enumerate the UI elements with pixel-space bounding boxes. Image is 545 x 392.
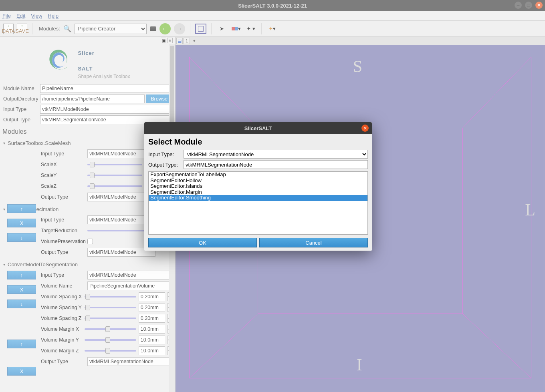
browse-button[interactable]: Browse (146, 94, 172, 103)
move-down-button[interactable]: ↓ (7, 300, 36, 308)
axis-l-label: L (525, 200, 535, 219)
slicersalt-logo: SlicerSALT Shape AnaLysis Toolbox (0, 37, 175, 82)
module-chooser[interactable]: Pipeline Creator (75, 24, 147, 34)
s3-input-type[interactable] (87, 271, 172, 279)
panel-close-button[interactable]: ✕ (167, 38, 173, 43)
input-type-label: Input Type (3, 107, 40, 112)
menu-help[interactable]: Help (48, 13, 59, 19)
list-item[interactable]: SegmentEditor.Hollow (149, 178, 367, 184)
axis-i-label: I (357, 355, 362, 374)
scaley-slider[interactable] (87, 175, 142, 176)
vsx-slider[interactable] (85, 296, 136, 298)
layout-button[interactable] (195, 24, 206, 34)
crosshair-tool-icon[interactable]: ✦ ▾ (266, 23, 278, 34)
color-tool-icon[interactable]: ▾ (231, 23, 242, 34)
vsz-slider[interactable] (85, 318, 136, 319)
volume-name-input[interactable] (87, 281, 172, 290)
axis-s-label: S (353, 57, 362, 76)
save-data-button[interactable]: ↑SAVE (17, 24, 27, 34)
main-toolbar: ↓DATA ↑SAVE Modules: 🔍 Pipeline Creator … (0, 21, 545, 37)
move-down-button[interactable]: ↓ (7, 233, 36, 242)
delete-button[interactable]: X (7, 285, 36, 294)
input-type-input[interactable] (40, 105, 172, 114)
list-item[interactable]: SegmentEditor.Smoothing (149, 195, 367, 201)
vsy-slider[interactable] (85, 307, 136, 308)
window-title: SlicerSALT 3.0.0-2021-12-21 (238, 3, 307, 9)
menu-view[interactable]: View (31, 13, 42, 19)
modules-label: Modules: (39, 26, 60, 32)
menu-bar: File Edit View Help (0, 11, 545, 21)
window-maximize-button[interactable]: □ (525, 2, 532, 9)
list-item[interactable]: SegmentEditor.Margin (149, 189, 367, 195)
svg-line-2 (190, 314, 258, 378)
cursor-tool-icon[interactable]: ➤ (216, 23, 228, 34)
select-module-dialog: SlicerSALT ✕ Select Module Input Type: v… (144, 122, 372, 251)
panel-float-button[interactable]: ▣ (161, 38, 166, 43)
nav-forward-button[interactable]: → (174, 23, 185, 34)
dialog-titlebar[interactable]: SlicerSALT ✕ (144, 122, 372, 134)
module-name-label: Module Name (3, 86, 40, 91)
output-type-label: Output Type (3, 117, 40, 123)
search-module-icon[interactable]: 🔍 (63, 25, 71, 32)
move-up-button[interactable]: ↑ (7, 204, 36, 213)
volume-preservation-checkbox[interactable] (87, 239, 93, 244)
markup-tool-icon[interactable]: ✦ ▾ (245, 23, 256, 34)
dlg-output-type-label: Output Type: (148, 162, 181, 168)
cancel-button[interactable]: Cancel (259, 238, 368, 247)
ok-button[interactable]: OK (148, 238, 257, 247)
viewport-pin-icon[interactable]: ⬓ (176, 38, 183, 44)
svg-line-0 (190, 57, 258, 128)
scalex-slider[interactable] (87, 164, 142, 165)
dialog-close-button[interactable]: ✕ (361, 125, 369, 132)
list-item[interactable]: ExportSegmentationToLabelMap (149, 172, 367, 178)
load-data-button[interactable]: ↓DATA (3, 24, 14, 34)
module-history-button[interactable] (150, 26, 156, 31)
viewport-tab-1[interactable]: 1 (184, 38, 190, 44)
list-item[interactable]: SegmentEditor.Islands (149, 183, 367, 189)
svg-line-3 (463, 314, 531, 378)
move-up-button[interactable]: ↑ (7, 340, 36, 348)
dlg-input-type-label: Input Type: (148, 151, 181, 157)
dialog-title: SlicerSALT (244, 125, 272, 131)
window-minimize-button[interactable]: – (515, 2, 522, 9)
scalez-slider[interactable] (87, 185, 142, 187)
module-listbox[interactable]: ExportSegmentationToLabelMap SegmentEdit… (148, 171, 368, 235)
window-close-button[interactable]: ✕ (535, 2, 543, 9)
dlg-output-type-input[interactable] (184, 160, 368, 169)
svg-line-1 (463, 57, 531, 128)
move-up-button[interactable]: ↑ (7, 271, 36, 279)
output-dir-input[interactable] (40, 94, 145, 103)
module-name-input[interactable] (40, 84, 172, 93)
delete-button[interactable]: X (7, 219, 36, 227)
window-titlebar: SlicerSALT 3.0.0-2021-12-21 – □ ✕ (0, 0, 545, 11)
section-header[interactable]: ▾ConvertModelToSegmentation (3, 259, 172, 269)
dlg-input-type-select[interactable]: vtkMRMLSegmentationNode (184, 150, 368, 159)
output-dir-label: OutputDirectory (3, 96, 40, 102)
menu-edit[interactable]: Edit (16, 13, 25, 19)
vmx-slider[interactable] (85, 328, 136, 330)
menu-file[interactable]: File (2, 13, 11, 19)
nav-back-button[interactable]: ← (159, 23, 171, 34)
viewport-settings-icon[interactable]: ✦ (191, 38, 197, 44)
s3-output-type[interactable] (87, 357, 172, 366)
dialog-heading: Select Module (148, 137, 368, 147)
delete-button[interactable]: X (7, 367, 36, 376)
vmz-slider[interactable] (85, 350, 136, 352)
vmy-slider[interactable] (85, 339, 136, 341)
